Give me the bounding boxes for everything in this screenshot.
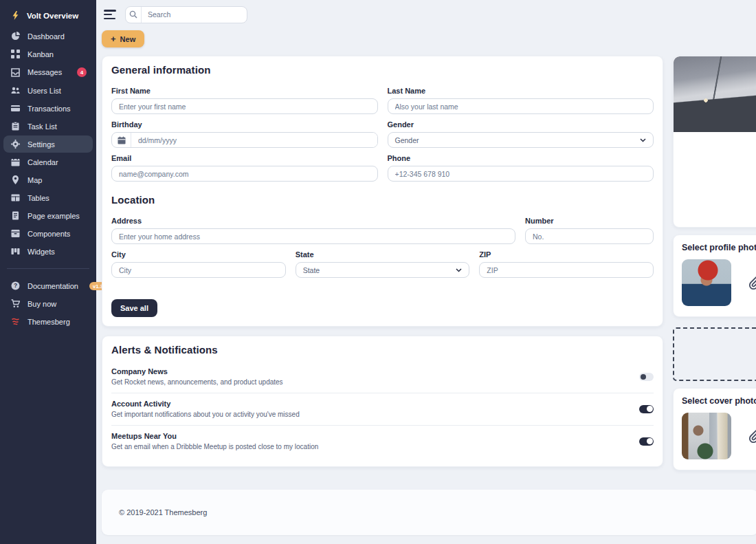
select-profile-photo-title: Select profile photo xyxy=(682,243,753,252)
users-icon xyxy=(11,86,20,95)
chevron-down-icon xyxy=(640,138,646,142)
sidebar-item-buy-now[interactable]: Buy now xyxy=(3,295,93,312)
zip-field[interactable] xyxy=(479,262,654,278)
sidebar-item-kanban[interactable]: Kanban xyxy=(3,45,93,63)
sidebar-divider xyxy=(7,268,89,269)
meetups-toggle[interactable] xyxy=(639,437,654,446)
sidebar-item-themesberg[interactable]: Themesberg xyxy=(3,313,93,330)
search-icon xyxy=(126,7,142,23)
phone-field[interactable] xyxy=(388,166,654,182)
themesberg-logo xyxy=(11,317,20,326)
alert-item-desc: Get Rocket news, announcements, and prod… xyxy=(111,378,283,386)
sidebar-item-label: Calendar xyxy=(27,158,58,166)
state-select-value: State xyxy=(303,266,320,274)
pages-icon xyxy=(11,211,20,220)
sidebar-item-label: Transactions xyxy=(27,105,71,113)
profile-photo-thumbnail[interactable] xyxy=(682,259,731,306)
inbox-icon xyxy=(11,68,20,77)
paperclip-icon[interactable] xyxy=(748,428,756,444)
sidebar-item-label: Documentation xyxy=(27,282,78,290)
plus-icon: + xyxy=(111,34,116,43)
top-bar xyxy=(102,6,756,23)
gear-icon xyxy=(11,140,20,149)
sidebar-item-map[interactable]: Map xyxy=(3,171,93,188)
alert-row-meetups: Meetups Near You Get an email when a Dri… xyxy=(111,425,654,457)
question-circle-icon: ? xyxy=(11,281,20,290)
address-field[interactable] xyxy=(111,228,515,244)
calendar-icon xyxy=(112,133,131,147)
select-cover-photo-title: Select cover photo xyxy=(682,396,753,406)
sidebar-item-messages[interactable]: Messages 4 xyxy=(3,63,93,81)
gender-label: Gender xyxy=(388,120,654,129)
last-name-label: Last Name xyxy=(388,87,654,95)
sidebar-item-label: Tables xyxy=(27,194,49,202)
city-field[interactable] xyxy=(111,262,286,278)
birthday-field[interactable] xyxy=(131,133,377,147)
page-footer: © 2019-2021 Themesberg xyxy=(102,490,756,535)
lightning-icon xyxy=(11,11,20,20)
sidebar-item-task-list[interactable]: Task List xyxy=(3,118,93,135)
sidebar-item-tables[interactable]: Tables xyxy=(3,189,93,206)
sidebar-item-label: Components xyxy=(27,230,70,238)
sidebar-item-widgets[interactable]: Widgets xyxy=(3,243,93,260)
sidebar-item-dashboard[interactable]: Dashboard xyxy=(3,28,93,45)
right-panel: Select profile photo Select cover photo xyxy=(673,56,756,470)
widgets-columns-icon xyxy=(11,247,20,256)
sidebar-item-calendar[interactable]: Calendar xyxy=(3,153,93,171)
gender-select-value: Gender xyxy=(395,136,419,144)
sidebar-item-label: Buy now xyxy=(27,300,56,308)
save-all-button[interactable]: Save all xyxy=(111,299,157,317)
sidebar-item-documentation[interactable]: ? Documentation v1.3 xyxy=(3,277,93,294)
copyright-text: © 2019-2021 Themesberg xyxy=(119,508,207,516)
phone-label: Phone xyxy=(388,154,654,162)
new-button[interactable]: + New xyxy=(102,30,144,47)
email-field[interactable] xyxy=(111,166,378,182)
cart-icon xyxy=(11,299,20,308)
sidebar-item-components[interactable]: Components xyxy=(3,225,93,242)
calendar-icon xyxy=(11,157,20,166)
sidebar-item-settings[interactable]: Settings xyxy=(3,135,93,153)
paperclip-icon[interactable] xyxy=(748,275,756,290)
clipboard-icon xyxy=(11,122,20,131)
new-button-label: New xyxy=(120,35,136,43)
last-name-field[interactable] xyxy=(388,98,654,114)
sidebar-item-label: Users List xyxy=(27,87,61,95)
sidebar-brand-label: Volt Overview xyxy=(27,12,78,20)
sidebar-item-label: Map xyxy=(27,176,42,184)
alert-item-desc: Get important notifications about you or… xyxy=(111,411,300,418)
table-icon xyxy=(11,193,20,202)
email-label: Email xyxy=(111,154,378,162)
number-field[interactable] xyxy=(525,228,654,244)
number-label: Number xyxy=(525,217,654,225)
alert-item-desc: Get an email when a Dribbble Meetup is p… xyxy=(111,443,318,450)
pie-chart-icon xyxy=(11,32,20,41)
chevron-down-icon xyxy=(456,268,462,272)
alert-item-title: Account Activity xyxy=(111,400,300,408)
main-content: + New General information First Name Las… xyxy=(96,0,756,544)
zip-label: ZIP xyxy=(479,250,654,259)
volt-app: Volt Overview Dashboard Kanban Messages … xyxy=(0,0,756,544)
account-activity-toggle[interactable] xyxy=(639,405,654,413)
sidebar-item-label: Page examples xyxy=(27,212,80,220)
sidebar-item-label: Kanban xyxy=(27,50,54,58)
sidebar-toggle-icon[interactable] xyxy=(104,10,118,19)
cover-photo-thumbnail[interactable] xyxy=(682,413,731,459)
address-label: Address xyxy=(111,217,515,225)
sidebar-item-label: Dashboard xyxy=(27,32,65,41)
state-select[interactable]: State xyxy=(296,262,470,278)
file-dropzone[interactable] xyxy=(673,327,756,381)
sidebar-item-transactions[interactable]: Transactions xyxy=(3,100,93,117)
map-pin-icon xyxy=(11,175,20,184)
first-name-field[interactable] xyxy=(111,98,378,114)
search-input[interactable] xyxy=(142,10,247,19)
general-information-card: General information First Name Last Name xyxy=(102,56,663,327)
sidebar-brand[interactable]: Volt Overview xyxy=(0,7,96,27)
svg-text:?: ? xyxy=(14,282,17,289)
sidebar-item-page-examples[interactable]: Page examples xyxy=(3,207,93,224)
general-information-title: General information xyxy=(111,64,654,76)
first-name-label: First Name xyxy=(111,87,378,95)
sidebar-item-users-list[interactable]: Users List xyxy=(3,82,93,99)
gender-select[interactable]: Gender xyxy=(388,132,654,148)
alert-item-title: Company News xyxy=(111,367,283,376)
company-news-toggle[interactable] xyxy=(639,373,654,381)
